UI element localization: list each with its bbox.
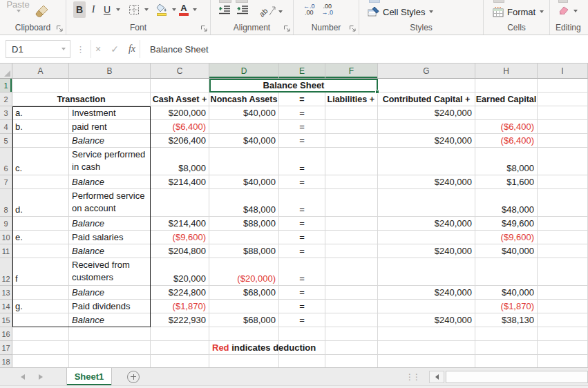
cell-A5[interactable] bbox=[12, 134, 69, 148]
cell-A7[interactable] bbox=[12, 175, 69, 189]
row-header-10[interactable]: 10 bbox=[0, 231, 12, 244]
cell-G15[interactable]: $240,000 bbox=[378, 313, 475, 327]
column-header-G[interactable]: G bbox=[378, 64, 475, 79]
font-color-button[interactable]: A bbox=[178, 1, 190, 18]
cell-E14[interactable]: = bbox=[279, 300, 325, 313]
column-header-D[interactable]: D bbox=[209, 64, 279, 79]
cell-B18[interactable] bbox=[69, 355, 151, 367]
cell-G7[interactable]: $240,000 bbox=[378, 175, 475, 189]
cell-C17[interactable] bbox=[151, 341, 209, 355]
cell-A12[interactable]: f bbox=[12, 258, 69, 286]
cell-C6[interactable]: $8,000 bbox=[151, 148, 209, 175]
cell-B17[interactable] bbox=[69, 341, 151, 355]
formula-input[interactable]: Balance Sheet bbox=[140, 35, 588, 63]
column-header-B[interactable]: B bbox=[69, 64, 151, 79]
cell-A18[interactable] bbox=[12, 355, 69, 367]
cell-D12[interactable]: ($20,000) bbox=[209, 258, 279, 286]
cell-B16[interactable] bbox=[69, 327, 151, 341]
enter-icon[interactable]: ✓ bbox=[111, 43, 119, 55]
cell-F7[interactable] bbox=[325, 175, 378, 189]
cell-H15[interactable]: $38,130 bbox=[475, 313, 538, 327]
cell-C9[interactable]: $214,400 bbox=[151, 217, 209, 231]
cell-B6[interactable]: Service performed in cash bbox=[69, 148, 151, 175]
cell-A16[interactable] bbox=[12, 327, 69, 341]
cell-I5[interactable] bbox=[538, 134, 588, 148]
cell-D6[interactable] bbox=[209, 148, 279, 175]
cell-E15[interactable]: = bbox=[279, 313, 325, 327]
borders-dropdown-icon[interactable] bbox=[144, 8, 149, 11]
selected-merged-cell-D1-F1[interactable]: Balance Sheet bbox=[209, 79, 378, 93]
cell-F2[interactable]: Liabilities + bbox=[325, 93, 378, 106]
cell-AB2[interactable]: Transaction bbox=[12, 93, 151, 106]
row-header-13[interactable]: 13 bbox=[0, 286, 12, 300]
formula-bar-grip[interactable]: ⋮ bbox=[76, 44, 85, 55]
cell-D8[interactable]: $48,000 bbox=[209, 189, 279, 217]
cell-C3[interactable]: $200,000 bbox=[151, 106, 209, 120]
cell-F11[interactable] bbox=[325, 244, 378, 258]
cell-F9[interactable] bbox=[325, 217, 378, 231]
cell-H7[interactable]: $1,600 bbox=[475, 175, 538, 189]
font-dialog-launcher-icon[interactable] bbox=[200, 25, 208, 32]
cell-E9[interactable]: = bbox=[279, 217, 325, 231]
row-header-11[interactable]: 11 bbox=[0, 244, 12, 258]
horizontal-scrollbar-thumb[interactable] bbox=[446, 371, 588, 383]
format-button[interactable]: Format bbox=[492, 3, 544, 21]
cell-D17[interactable]: Red indicates deduction bbox=[209, 341, 279, 355]
cell-B10[interactable]: Paid salaries bbox=[69, 231, 151, 244]
cell-A15[interactable] bbox=[12, 313, 69, 327]
cell-B15[interactable]: Balance bbox=[69, 313, 151, 327]
row-header-3[interactable]: 3 bbox=[0, 106, 12, 120]
fill-color-button[interactable] bbox=[154, 1, 169, 18]
cell-G2[interactable]: Contributed Capital + bbox=[378, 93, 475, 106]
cell-E6[interactable]: = bbox=[279, 148, 325, 175]
alignment-dialog-launcher-icon[interactable] bbox=[283, 25, 291, 32]
increase-decimal-button[interactable]: ←.0 .00 bbox=[303, 1, 315, 16]
underline-dropdown-icon[interactable] bbox=[116, 8, 120, 11]
cell-I9[interactable] bbox=[538, 217, 588, 231]
italic-button[interactable]: I bbox=[87, 1, 99, 18]
cell-C4[interactable]: ($6,400) bbox=[151, 120, 209, 134]
bold-button[interactable]: B bbox=[73, 1, 86, 18]
row-header-15[interactable]: 15 bbox=[0, 313, 12, 327]
cell-D5[interactable]: $40,000 bbox=[209, 134, 279, 148]
cell-C15[interactable]: $222,930 bbox=[151, 313, 209, 327]
cell-F17[interactable] bbox=[325, 341, 378, 355]
cell-B9[interactable]: Balance bbox=[69, 217, 151, 231]
cell-A17[interactable] bbox=[12, 341, 69, 355]
cell-H8[interactable]: $48,000 bbox=[475, 189, 538, 217]
name-box-dropdown-icon[interactable] bbox=[61, 48, 66, 50]
row-header-16[interactable]: 16 bbox=[0, 327, 12, 341]
row-header-17[interactable]: 17 bbox=[0, 341, 12, 355]
previous-sheet-icon[interactable] bbox=[21, 374, 25, 380]
cell-A13[interactable] bbox=[12, 286, 69, 300]
cell-H14[interactable]: ($1,870) bbox=[475, 300, 538, 313]
column-header-C[interactable]: C bbox=[151, 64, 209, 79]
cell-G4[interactable] bbox=[378, 120, 475, 134]
cell-E11[interactable]: = bbox=[279, 244, 325, 258]
cell-A1[interactable] bbox=[12, 79, 69, 93]
cell-B12[interactable]: Received from customers bbox=[69, 258, 151, 286]
cell-D7[interactable]: $40,000 bbox=[209, 175, 279, 189]
cell-E12[interactable]: = bbox=[279, 258, 325, 286]
paste-dropdown-icon[interactable] bbox=[17, 10, 21, 12]
cell-A4[interactable]: b. bbox=[12, 120, 69, 134]
cell-D2[interactable]: Noncash Assets bbox=[209, 93, 279, 106]
decrease-decimal-button[interactable]: .00 →.0 bbox=[322, 1, 334, 16]
cell-I6[interactable] bbox=[538, 148, 588, 175]
row-header-4[interactable]: 4 bbox=[0, 120, 12, 134]
cell-E17[interactable] bbox=[279, 341, 325, 355]
cell-C18[interactable] bbox=[151, 355, 209, 367]
cell-B14[interactable]: Paid dividends bbox=[69, 300, 151, 313]
cell-H3[interactable] bbox=[475, 106, 538, 120]
cell-D10[interactable] bbox=[209, 231, 279, 244]
row-header-2[interactable]: 2 bbox=[0, 93, 12, 106]
column-header-A[interactable]: A bbox=[12, 64, 69, 79]
row-header-1[interactable]: 1 bbox=[0, 79, 12, 93]
cell-B4[interactable]: paid rent bbox=[69, 120, 151, 134]
new-sheet-button[interactable] bbox=[127, 371, 140, 383]
cell-F6[interactable] bbox=[325, 148, 378, 175]
cell-H2[interactable]: Earned Capital bbox=[475, 93, 538, 106]
cell-F15[interactable] bbox=[325, 313, 378, 327]
cell-I7[interactable] bbox=[538, 175, 588, 189]
cell-H13[interactable]: $40,000 bbox=[475, 286, 538, 300]
